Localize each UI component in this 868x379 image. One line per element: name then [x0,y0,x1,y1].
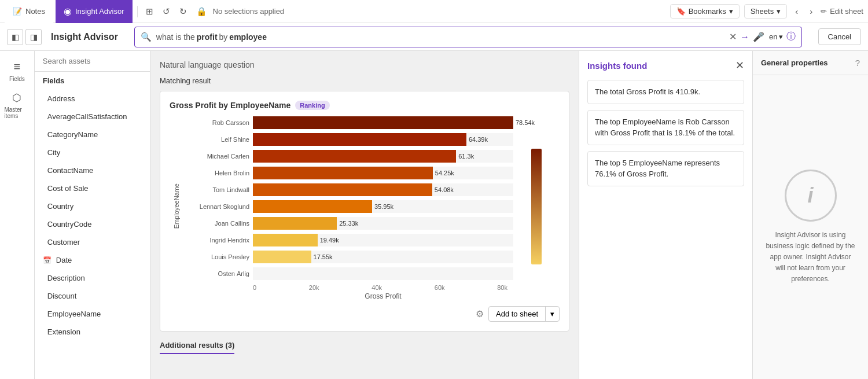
bar-track: 78.54k [253,116,513,129]
bar-value: 54.25k [435,170,454,176]
field-item[interactable]: CategoryName [35,126,150,143]
field-item[interactable]: AverageCallSatisfaction [35,108,150,126]
nlq-title: Natural language question [160,60,254,69]
bar-value: 54.08k [435,186,454,193]
chart-inner: EmployeeName Rob Carsson78.54kLeif Shine… [170,112,560,300]
info-circle-icon: i [807,183,813,208]
insight-item: The total Gross Profit is 410.9k. [587,80,744,104]
field-item-label: Description [47,274,85,282]
field-item[interactable]: EmployeeName [35,305,150,323]
search-mic-icon[interactable]: 🎤 [753,31,764,42]
bookmark-icon: 🔖 [676,7,686,16]
field-item-label: City [47,148,60,157]
chart-card: Gross Profit by EmployeeName Ranking Emp… [160,91,569,332]
bar-fill [253,217,337,230]
field-item[interactable]: Discount [35,287,150,305]
field-item[interactable]: Extension [35,323,150,341]
bar-label: Leif Shine [186,136,249,143]
no-selections-label: No selections applied [213,7,285,16]
insight-item: The top EmployeeName is Rob Carsson with… [587,110,744,145]
search-lang-selector[interactable]: en ▾ [769,32,782,41]
field-item[interactable]: City [35,143,150,161]
bar-row: Louis Presley17.55k [186,250,513,264]
view-toggle-icon[interactable]: ⊞ [142,4,157,19]
add-to-sheet-button[interactable]: Add to sheet ▾ [488,306,560,322]
field-item[interactable]: 📅Date [35,251,150,269]
field-item-label: Date [56,256,72,264]
bar-fill [253,234,318,246]
field-item[interactable]: Country [35,197,150,215]
add-to-sheet-arrow[interactable]: ▾ [546,307,559,321]
left-panel-toggle[interactable]: ◧ [7,29,23,45]
nav-forward-icon[interactable]: › [806,4,816,19]
bar-track: 61.3k [253,150,513,163]
search-text-pre: what is the [156,32,195,42]
right-panel-toggle[interactable]: ◨ [25,29,42,45]
icon-column: ≡ Fields ⬡ Master items [0,51,35,379]
master-items-label: Master items [4,106,30,119]
search-info-icon[interactable]: ⓘ [786,31,796,43]
additional-results-section: Additional results (3) [160,338,569,354]
bar-label: Östen Ärlig [186,270,249,277]
master-items-icon-item[interactable]: ⬡ Master items [1,87,33,124]
right-panel-info-icon[interactable]: ? [855,58,860,68]
chart-footer: ⚙ Add to sheet ▾ [170,306,560,322]
lock-icon[interactable]: 🔒 [193,4,211,19]
insight-icon: ◉ [64,6,72,17]
search-text-employee: employee [229,32,267,42]
bar-label: Rob Carsson [186,119,249,126]
insights-title: Insights found [587,61,647,71]
field-item-label: ContactName [47,166,93,175]
ranking-badge: Ranking [295,101,329,110]
chart-settings-icon[interactable]: ⚙ [476,308,484,319]
fields-column: Fields AddressAverageCallSatisfactionCat… [35,51,150,379]
search-assets-input[interactable] [35,51,150,72]
field-item[interactable]: CountryCode [35,215,150,233]
search-clear-icon[interactable]: ✕ [726,31,740,42]
top-bar: 📝 Notes ◉ Insight Advisor ⊞ ↺ ↻ 🔒 No sel… [0,0,868,23]
bar-label: Louis Presley [186,253,249,260]
bar-fill [253,116,513,129]
bar-row: Östen Ärlig [186,267,513,281]
insight-advisor-tab[interactable]: ◉ Insight Advisor [56,0,133,23]
undo-icon[interactable]: ↺ [159,4,174,19]
bar-label: Helen Brolin [186,170,249,176]
insights-header: Insights found ✕ [587,59,744,72]
search-input[interactable]: what is the profit by employee [156,32,726,42]
field-item-label: CountryCode [47,220,92,229]
no-selections-area: No selections applied [213,7,668,16]
field-item[interactable]: ContactName [35,161,150,179]
search-submit-icon[interactable]: → [740,32,749,42]
right-panel-title: General properties [761,58,828,67]
bar-fill [253,183,432,196]
x-axis-label: Gross Profit [186,292,513,300]
fields-icon-item[interactable]: ≡ Fields [1,56,33,87]
insights-close-button[interactable]: ✕ [735,59,744,72]
bar-track: 54.25k [253,167,513,179]
right-panel-header: General properties ? [753,51,868,75]
divider [137,6,138,17]
bar-fill [253,167,433,179]
nav-back-icon[interactable]: ‹ [792,4,801,19]
redo-icon[interactable]: ↻ [176,4,190,19]
field-item[interactable]: Customer [35,233,150,251]
field-item-label: Customer [47,238,80,246]
field-item[interactable]: Description [35,269,150,287]
main-layout: ≡ Fields ⬡ Master items Fields AddressAv… [0,51,868,379]
edit-sheet-button[interactable]: ✏ Edit sheet [821,7,863,16]
field-item[interactable]: Cost of Sale [35,179,150,197]
sheets-button[interactable]: Sheets ▾ [744,4,787,19]
search-bar: 🔍 what is the profit by employee ✕ → 🎤 e… [134,27,802,47]
insight-advisor-label: Insight Advisor [75,7,124,16]
left-sidebar: ≡ Fields ⬡ Master items Fields AddressAv… [0,51,150,379]
bookmarks-button[interactable]: 🔖 Bookmarks ▾ [670,4,740,19]
notes-tab[interactable]: 📝 Notes [5,0,53,23]
chart-title-text: Gross Profit by EmployeeName [170,101,290,110]
field-item-label: EmployeeName [47,310,101,318]
search-icon: 🔍 [141,32,152,42]
cancel-button[interactable]: Cancel [818,28,861,45]
notes-icon: 📝 [13,7,22,16]
field-item[interactable]: Address [35,90,150,108]
add-to-sheet-label[interactable]: Add to sheet [489,307,546,321]
bar-value: 61.3k [458,153,474,160]
